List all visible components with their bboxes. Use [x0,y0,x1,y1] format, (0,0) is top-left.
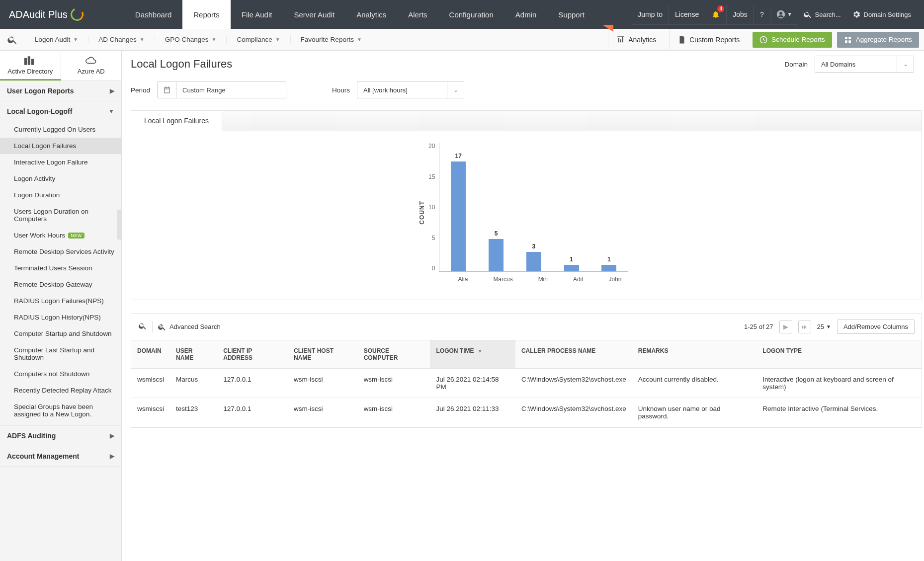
page-size-value: 25 [817,323,824,330]
cell: 127.0.0.1 [217,369,288,398]
bar[interactable]: 17 [444,153,472,271]
cell: Unknown user name or bad password. [632,398,757,427]
cell: Marcus [170,369,217,398]
table-row[interactable]: wsmiscsiMarcus127.0.0.1wsm-iscsiwsm-iscs… [131,369,922,398]
main-content: Local Logon Failures Domain All Domains … [122,51,924,561]
nav-dashboard[interactable]: Dashboard [124,0,182,29]
side-item-remote-desktop-services-activity[interactable]: Remote Desktop Services Activity [0,243,121,260]
bar-plot: 175311 [439,143,628,272]
sec-gpo-changes[interactable]: GPO Changes▼ [155,36,227,43]
y-ticks: 20151050 [428,143,439,272]
buildings-icon [23,56,37,66]
domain-dropdown[interactable]: All Domains ⌄ [815,56,914,73]
cell: wsmiscsi [131,398,170,427]
sec-favourite-reports[interactable]: Favourite Reports▼ [291,36,372,43]
col-source-computer[interactable]: SOURCE COMPUTER [358,340,430,369]
help-button[interactable]: ? [754,4,770,24]
nav-file-audit[interactable]: File Audit [231,0,283,29]
hours-value: All [work hours] [363,86,408,94]
advanced-search-label: Advanced Search [169,323,221,330]
nav-admin[interactable]: Admin [504,0,548,29]
pager-last-button[interactable]: ⏭ [798,321,811,333]
period-picker[interactable]: Custom Range [157,81,286,98]
aggregate-reports-button[interactable]: Aggregate Reports [837,32,919,48]
cell: Interactive (logon at keyboard and scree… [756,369,922,398]
table-search-button[interactable] [138,321,147,332]
calendar-icon [158,82,176,98]
chevron-down-icon: ⌄ [447,82,464,98]
nav-analytics[interactable]: Analytics [345,0,397,29]
new-corner-icon [602,25,613,32]
jobs-link[interactable]: Jobs [726,4,754,24]
pager-range: 1-25 of 27 [744,323,773,330]
side-item-radius-logon-history-nps[interactable]: RADIUS Logon History(NPS) [0,309,121,325]
side-item-computer-last-startup-and-shutdown[interactable]: Computer Last Startup and Shutdown [0,342,121,366]
side-item-radius-logon-failures-nps[interactable]: RADIUS Logon Failures(NPS) [0,293,121,309]
hours-dropdown[interactable]: All [work hours] ⌄ [357,81,464,98]
pager-next-button[interactable]: ▶ [779,321,792,333]
side-item-interactive-logon-failure[interactable]: Interactive Logon Failure [0,154,121,170]
search-placeholder-text: Search... [815,11,841,18]
sec-ad-changes[interactable]: AD Changes▼ [88,36,155,43]
side-item-recently-detected-replay-attack[interactable]: Recently Detected Replay Attack [0,382,121,399]
side-item-computer-startup-and-shutdown[interactable]: Computer Startup and Shutdown [0,325,121,342]
global-search[interactable]: Search... [798,4,846,24]
side-item-special-groups-have-been-assigned-to-a-new-logon[interactable]: Special Groups have been assigned to a N… [0,399,121,422]
sec-search-button[interactable] [0,34,25,45]
notifications-button[interactable]: 4 [705,4,726,24]
user-menu[interactable]: ▼ [770,4,798,24]
col-user-name[interactable]: USER NAME [170,340,217,369]
col-client-host-name[interactable]: CLIENT HOST NAME [288,340,358,369]
side-group-account-management[interactable]: Account Management▶ [0,446,121,466]
cell: wsm-iscsi [288,369,358,398]
tab-azure-ad[interactable]: Azure AD [61,51,122,80]
jump-to-link[interactable]: Jump to [632,4,669,24]
license-link[interactable]: License [669,4,705,24]
side-item-user-work-hours[interactable]: User Work Hours NEW [0,227,121,243]
analytics-link[interactable]: Analytics [608,29,664,51]
side-group-user-logon-reports[interactable]: User Logon Reports▶ [0,81,121,101]
side-item-remote-desktop-gateway[interactable]: Remote Desktop Gateway [0,276,121,293]
domain-settings-label: Domain Settings [864,11,911,18]
sec-compliance[interactable]: Compliance▼ [227,36,290,43]
col-logon-type[interactable]: LOGON TYPE [756,340,922,369]
side-item-currently-logged-on-users[interactable]: Currently Logged On Users [0,121,121,138]
tab-active-directory[interactable]: Active Directory [0,51,61,80]
col-caller-process-name[interactable]: CALLER PROCESS NAME [515,340,632,369]
col-client-ip-address[interactable]: CLIENT IP ADDRESS [217,340,288,369]
side-group-adfs-auditing[interactable]: ADFS Auditing▶ [0,426,121,446]
schedule-reports-button[interactable]: Schedule Reports [753,32,832,48]
tab-local-logon-failures[interactable]: Local Logon Failures [131,111,222,131]
table-row[interactable]: wsmiscsitest123127.0.0.1wsm-iscsiwsm-isc… [131,398,922,427]
col-domain[interactable]: DOMAIN [131,340,170,369]
chevron-down-icon: ⌄ [897,56,914,72]
sec-logon-audit[interactable]: Logon Audit▼ [25,36,88,43]
add-remove-columns-button[interactable]: Add/Remove Columns [837,320,915,334]
nav-reports[interactable]: Reports [182,0,231,29]
side-item-users-logon-duration-on-computers[interactable]: Users Logon Duration on Computers [0,203,121,227]
col-logon-time[interactable]: LOGON TIME ▼ [430,340,515,369]
side-item-terminated-users-session[interactable]: Terminated Users Session [0,260,121,276]
bar[interactable]: 1 [595,256,623,271]
side-item-local-logon-failures[interactable]: Local Logon Failures [0,138,121,154]
nav-server-audit[interactable]: Server Audit [283,0,345,29]
advanced-search-button[interactable]: Advanced Search [158,322,221,331]
side-group-local-logon-logoff[interactable]: Local Logon-Logoff▼ [0,101,121,121]
sidebar-collapse-handle[interactable] [117,210,122,240]
side-item-logon-activity[interactable]: Logon Activity [0,170,121,187]
cell: Remote Interactive (Terminal Services, [756,398,922,427]
side-item-logon-duration[interactable]: Logon Duration [0,187,121,203]
nav-support[interactable]: Support [547,0,595,29]
page-size-dropdown[interactable]: 25 ▼ [817,323,831,330]
custom-reports-link[interactable]: Custom Reports [669,29,748,51]
col-remarks[interactable]: REMARKS [632,340,757,369]
bar[interactable]: 5 [482,230,510,271]
nav-configuration[interactable]: Configuration [438,0,504,29]
nav-alerts[interactable]: Alerts [397,0,438,29]
bar[interactable]: 3 [520,243,548,271]
bar[interactable]: 1 [558,256,586,271]
svg-rect-3 [24,58,27,65]
chart-container: COUNT 20151050 175311 AliaMarcusMinAditJ… [131,131,922,300]
domain-settings-link[interactable]: Domain Settings [846,4,917,24]
side-item-computers-not-shutdown[interactable]: Computers not Shutdown [0,366,121,382]
